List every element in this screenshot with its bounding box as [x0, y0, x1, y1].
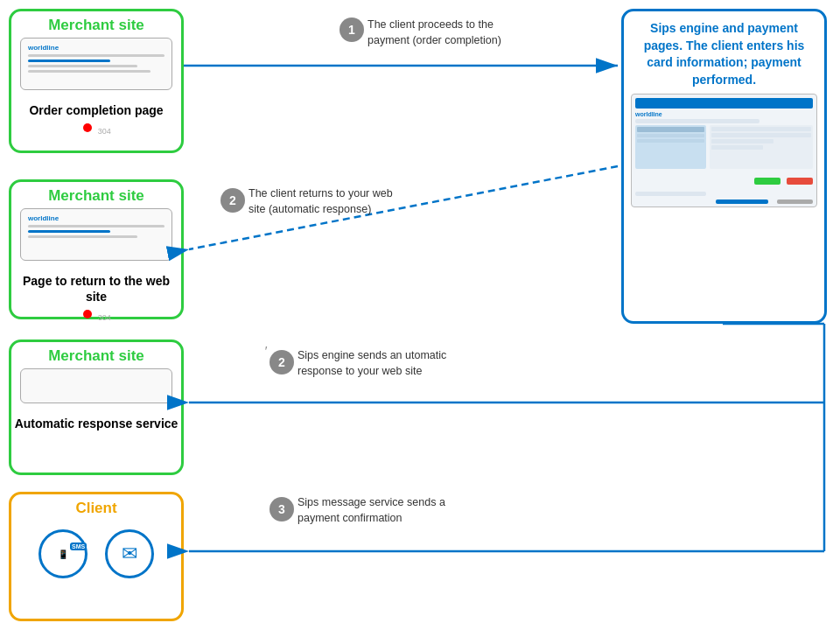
merchant-box-3-inner [20, 368, 172, 403]
merchant-box-1-inner: worldline [20, 38, 172, 90]
step-prime: ′ [264, 343, 267, 358]
merchant-box-1: Merchant site worldline Order completion… [9, 9, 184, 153]
merchant-box-1-label: Order completion page [11, 97, 181, 122]
sips-ss-row-1 [635, 125, 813, 169]
merchant-box-2-label: Page to return to the web site [11, 268, 181, 308]
step-number-3: 3 [278, 502, 285, 516]
red-dot-2 [83, 310, 92, 318]
step-text-3: Sips message service sends a payment con… [298, 496, 445, 524]
email-icon: ✉ [105, 529, 154, 578]
step-annotation-3: Sips message service sends a payment con… [298, 495, 472, 526]
client-title: Client [11, 494, 181, 521]
step-number-2b: 2 [278, 355, 285, 369]
sips-ss-right-panel [710, 125, 813, 169]
step-annotation-2b: Sips engine sends an utomatic response t… [298, 348, 472, 379]
sips-ss-logo: worldline [635, 111, 813, 117]
merchant-box-1-logo: worldline [28, 44, 164, 52]
page-ref-1: 304 [98, 127, 111, 136]
merchant-box-1-lines [28, 54, 164, 73]
sips-screenshot: worldline [631, 94, 817, 207]
step-annotation-2: The client returns to your web site (aut… [248, 186, 406, 217]
step-text-2: The client returns to your web site (aut… [248, 187, 393, 215]
sips-ss-line-2 [635, 192, 706, 196]
step-number-2: 2 [229, 193, 236, 207]
step-number-1: 1 [348, 23, 355, 37]
merchant-box-2-title: Merchant site [11, 182, 181, 208]
step-circle-3: 3 [270, 497, 294, 522]
sips-ss-footer [635, 200, 813, 204]
sips-engine-title: Sips engine and payment pages. The clien… [624, 11, 824, 94]
merchant-box-2-lines [28, 225, 164, 238]
sips-ss-left-panel [635, 125, 706, 169]
step-text-2b: Sips engine sends an utomatic response t… [298, 349, 446, 377]
merchant-box-3-label: Automatic response service [11, 410, 181, 435]
client-box: Client 📱SMS ✉ [9, 492, 184, 621]
merchant-box-3-title: Merchant site [11, 342, 181, 368]
merchant-box-2-logo: worldline [28, 214, 164, 222]
merchant-box-3: Merchant site Automatic response service [9, 340, 184, 475]
sips-ss-header [635, 98, 813, 108]
page-ref-2: 304 [98, 313, 111, 322]
sips-engine-box: Sips engine and payment pages. The clien… [621, 9, 827, 324]
sips-ss-buttons [635, 172, 813, 188]
sips-ss-line-1 [635, 119, 760, 123]
step-annotation-1: The client proceeds to the payment (orde… [368, 18, 508, 48]
sips-ss-btn-green [754, 178, 780, 185]
merchant-box-1-title: Merchant site [11, 11, 181, 38]
client-icons: 📱SMS ✉ [11, 521, 181, 589]
sms-icon: 📱SMS [38, 529, 88, 578]
sips-ss-btn-red [787, 178, 813, 185]
merchant-box-2-inner: worldline [20, 208, 172, 261]
merchant-box-2: Merchant site worldline Page to return t… [9, 179, 184, 319]
step-circle-1: 1 [340, 18, 364, 42]
step-circle-2b: 2 [270, 350, 294, 374]
step-text-1: The client proceeds to the payment (orde… [368, 18, 501, 46]
step-circle-2: 2 [220, 188, 245, 213]
red-dot-1 [83, 123, 92, 132]
